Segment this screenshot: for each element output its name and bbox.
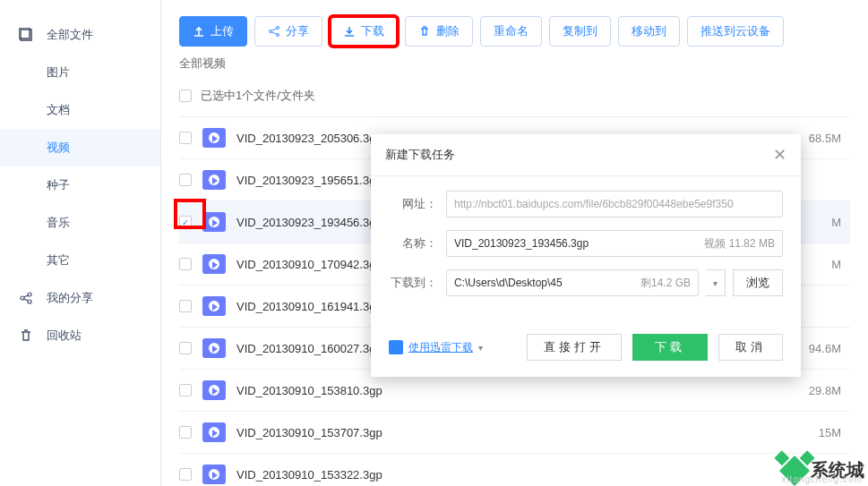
download-icon (343, 25, 356, 38)
file-name: VID_20130910_153810.3gp (236, 384, 809, 397)
share-label: 分享 (286, 23, 309, 39)
upload-button[interactable]: 上传 (179, 16, 247, 47)
cancel-button[interactable]: 取消 (718, 334, 783, 361)
file-size: M (831, 258, 841, 271)
breadcrumb[interactable]: 全部视频 (179, 55, 850, 72)
delete-label: 删除 (436, 23, 460, 39)
file-checkbox[interactable] (179, 174, 192, 186)
sidebar-item-other[interactable]: 其它 (0, 242, 160, 279)
file-size: 94.6M (809, 342, 841, 355)
moveto-button[interactable]: 移动到 (618, 16, 680, 47)
share-icon (18, 290, 34, 306)
toolbar: 上传 分享 下载 删除 重命名 (179, 16, 850, 47)
delete-icon (418, 25, 431, 38)
open-directly-button[interactable]: 直接打开 (527, 334, 622, 361)
video-file-icon (202, 296, 226, 316)
sidebar-item-label: 全部文件 (47, 27, 93, 43)
select-all-row: 已选中1个文件/文件夹 (179, 82, 850, 117)
sidebar-item-label: 种子 (47, 177, 70, 193)
sidebar-item-label: 音乐 (47, 215, 70, 231)
share-button[interactable]: 分享 (254, 16, 322, 47)
selection-text: 已选中1个文件/文件夹 (201, 88, 315, 104)
watermark-url: xitongcheng.com (781, 474, 863, 484)
svg-point-5 (270, 30, 272, 33)
file-checkbox[interactable] (179, 384, 192, 396)
sidebar-item-all-files[interactable]: 全部文件 (0, 16, 160, 54)
sidebar-item-label: 我的分享 (47, 290, 93, 306)
file-checkbox[interactable] (179, 300, 192, 312)
download-label: 下载 (361, 23, 384, 39)
video-file-icon (202, 422, 226, 442)
download-button[interactable]: 下载 (330, 16, 398, 47)
share-small-icon (268, 25, 280, 38)
sidebar-item-label: 回收站 (47, 328, 82, 344)
rename-label: 重命名 (494, 23, 529, 39)
file-size: M (831, 216, 841, 229)
file-checkbox[interactable]: ✓ (179, 216, 192, 228)
thunder-link[interactable]: 使用迅雷下载 ▾ (389, 340, 483, 355)
browse-button[interactable]: 浏览 (733, 269, 783, 296)
video-file-icon (202, 128, 226, 148)
saveto-label: 下载到： (389, 275, 437, 291)
video-file-icon (202, 170, 226, 190)
sidebar-item-music[interactable]: 音乐 (0, 204, 160, 242)
dialog-title: 新建下载任务 (385, 147, 455, 163)
file-size: 15M (819, 426, 841, 439)
saveto-dropdown[interactable]: ▾ (706, 269, 726, 296)
file-size: 29.8M (809, 384, 841, 397)
dialog-header: 新建下载任务 ✕ (371, 134, 801, 176)
svg-point-2 (21, 296, 24, 300)
file-name: VID_20130910_153322.3gp (236, 468, 841, 482)
saveto-input[interactable]: C:\Users\d\Desktop\45 剩14.2 GB (446, 269, 699, 296)
upload-icon (193, 25, 205, 38)
svg-point-4 (28, 300, 31, 303)
sidebar-item-label: 视频 (47, 140, 70, 156)
sidebar-item-videos[interactable]: 视频 (0, 129, 160, 166)
push-device-label: 推送到云设备 (700, 23, 770, 39)
chevron-down-icon: ▾ (478, 343, 483, 353)
file-name: VID_20130910_153707.3gp (236, 426, 819, 439)
sidebar-item-images[interactable]: 图片 (0, 54, 160, 91)
video-file-icon (202, 338, 226, 358)
sidebar: 全部文件 图片 文档 视频 种子 音乐 其它 我的分享 (0, 0, 161, 486)
file-checkbox[interactable] (179, 258, 192, 270)
name-input[interactable]: VID_20130923_193456.3gp 视频 11.82 MB (446, 230, 783, 257)
rename-button[interactable]: 重命名 (480, 16, 542, 47)
sidebar-item-trash[interactable]: 回收站 (0, 317, 160, 354)
svg-point-7 (277, 34, 279, 37)
video-file-icon (202, 465, 226, 484)
sidebar-item-label: 文档 (47, 102, 70, 118)
copyto-button[interactable]: 复制到 (549, 16, 611, 47)
file-row[interactable]: VID_20130910_153322.3gp (179, 454, 850, 486)
sidebar-item-docs[interactable]: 文档 (0, 91, 160, 129)
svg-point-6 (277, 27, 279, 30)
thunder-icon (389, 340, 403, 354)
sidebar-item-label: 其它 (47, 252, 70, 269)
files-icon (18, 27, 34, 43)
moveto-label: 移动到 (632, 23, 666, 39)
name-label: 名称： (389, 235, 437, 252)
url-input[interactable]: http://nbct01.baidupcs.com/file/6bcb829f… (446, 191, 783, 217)
push-device-button[interactable]: 推送到云设备 (687, 16, 784, 47)
dialog-download-button[interactable]: 下载 (632, 334, 708, 361)
svg-point-3 (28, 293, 31, 296)
upload-label: 上传 (211, 23, 234, 39)
close-icon[interactable]: ✕ (773, 145, 786, 165)
file-checkbox[interactable] (179, 426, 192, 439)
file-checkbox[interactable] (179, 132, 192, 144)
trash-icon (18, 328, 34, 344)
video-file-icon (202, 254, 226, 274)
video-file-icon (202, 212, 226, 232)
file-row[interactable]: VID_20130910_153707.3gp15M (179, 412, 850, 454)
file-size: 68.5M (809, 132, 841, 145)
download-task-dialog: 新建下载任务 ✕ 网址： http://nbct01.baidupcs.com/… (371, 134, 801, 377)
select-all-checkbox[interactable] (179, 90, 192, 102)
file-checkbox[interactable] (179, 468, 192, 481)
sidebar-item-torrents[interactable]: 种子 (0, 166, 160, 204)
file-checkbox[interactable] (179, 342, 192, 354)
sidebar-item-my-shares[interactable]: 我的分享 (0, 279, 160, 317)
video-file-icon (202, 380, 226, 400)
copyto-label: 复制到 (563, 23, 597, 39)
delete-button[interactable]: 删除 (405, 16, 473, 47)
url-label: 网址： (389, 196, 437, 212)
